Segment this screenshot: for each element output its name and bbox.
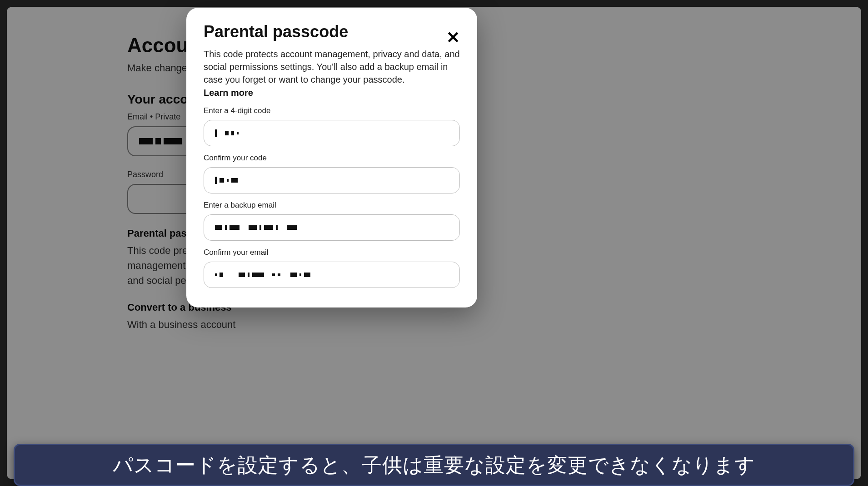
caption-text: パスコードを設定すると、子供は重要な設定を変更できなくなります (29, 451, 839, 478)
learn-more-link[interactable]: Learn more (204, 88, 253, 98)
modal-form-scroll[interactable]: Enter a 4-digit code Confirm your code E… (186, 98, 477, 307)
confirm-code-input[interactable] (204, 167, 460, 193)
close-button[interactable]: ✕ (446, 30, 460, 46)
caption-banner: パスコードを設定すると、子供は重要な設定を変更できなくなります (14, 444, 854, 486)
redacted-confirm-email-value (215, 273, 310, 277)
confirm-email-input[interactable] (204, 262, 460, 288)
modal-description: This code protects account management, p… (204, 48, 460, 86)
code-label: Enter a 4-digit code (204, 106, 460, 115)
redacted-confirm-code-value (215, 177, 238, 184)
redacted-code-value (215, 129, 239, 137)
code-input[interactable] (204, 120, 460, 146)
modal-title: Parental passcode (204, 22, 460, 41)
confirm-code-label: Confirm your code (204, 154, 460, 163)
backup-email-input[interactable] (204, 214, 460, 241)
confirm-email-label: Confirm your email (204, 248, 460, 257)
parental-passcode-modal: Parental passcode ✕ This code protects a… (186, 8, 477, 307)
backup-email-label: Enter a backup email (204, 201, 460, 210)
modal-header: Parental passcode ✕ This code protects a… (186, 8, 477, 98)
redacted-backup-email-value (215, 225, 297, 230)
close-icon: ✕ (446, 28, 460, 47)
